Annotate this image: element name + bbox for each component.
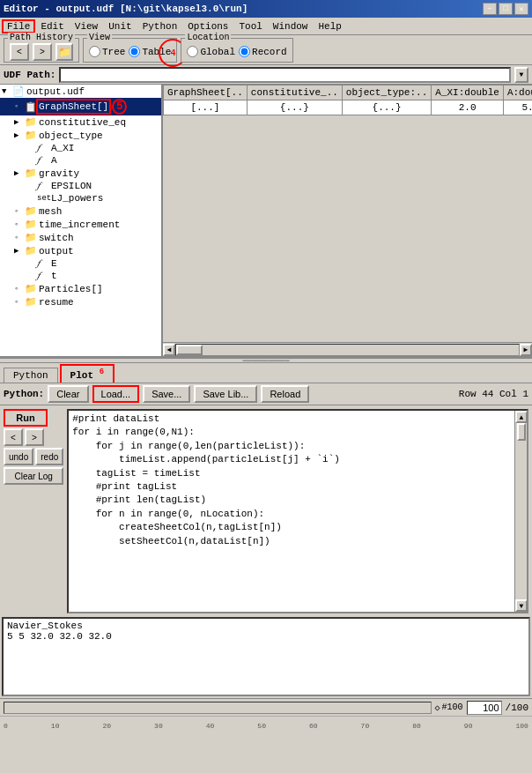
load-btn[interactable]: Load... [92,385,140,403]
scroll-left-btn[interactable]: ◀ [163,344,175,356]
table-radio[interactable] [129,46,140,57]
hash-label: #100 [442,702,463,712]
undo-redo-row: undo redo [4,448,63,465]
code-editor[interactable]: #print dataList for i in range(0,N1): fo… [67,409,528,613]
clear-btn[interactable]: Clear [48,385,88,403]
global-label: Global [200,47,235,57]
save-btn[interactable]: Save... [143,385,190,403]
bottom-panel: Python Plot 6 Python: Clear Load... Save… [0,363,532,698]
global-radio[interactable] [187,46,198,57]
undo-btn[interactable]: undo [4,448,33,465]
table-panel: GraphSheet[..constitutive_..object_type:… [163,85,532,356]
tree-item-output[interactable]: ▼📄 output.udf [0,85,161,98]
tree-item-output[interactable]: ▶📁 output [0,244,161,257]
global-radio-label[interactable]: Global [187,46,235,57]
folder-btn[interactable]: 📁 [55,43,73,61]
tab-python[interactable]: Python [4,368,58,383]
tree-item-EPSILON[interactable]: 𝑓 EPSILON [0,180,161,192]
v-scroll-track[interactable] [515,423,527,599]
scale-100: 100 [515,722,528,730]
tree-item-time_increment[interactable]: ◦📁 time_increment [0,218,161,231]
tree-panel[interactable]: ▼📄 output.udf◦📋 GraphSheet[]5▶📁 constitu… [0,85,163,356]
menu-edit[interactable]: Edit [35,19,69,33]
tree-item-mesh[interactable]: ◦📁 mesh [0,204,161,218]
v-scrollbar[interactable]: ▲ ▼ [514,411,527,612]
clear-log-btn[interactable]: Clear Log [4,467,63,485]
hash-icon: ◇ [435,702,440,713]
maximize-btn[interactable]: □ [499,3,513,15]
status-bar: ◇ #100 /100 [0,698,532,716]
forward-btn[interactable]: > [33,43,52,61]
tree-item-object_type[interactable]: ▶📁 object_type [0,129,161,142]
menu-options[interactable]: Options [182,19,233,33]
title-text: Editor - output.udf [N:\git\kapsel3.0\ru… [4,4,248,14]
record-radio-label[interactable]: Record [239,46,287,57]
scale-50: 50 [257,722,266,730]
python-toolbar: Python: Clear Load... Save... Save Lib..… [0,383,532,405]
menu-unit[interactable]: Unit [103,19,137,33]
table-cell: [...] [164,100,248,115]
scroll-down-btn[interactable]: ▼ [515,599,528,612]
save-lib-btn[interactable]: Save Lib... [194,385,257,403]
scale-30: 30 [154,722,163,730]
menu-view[interactable]: View [70,19,103,33]
menu-tool[interactable]: Tool [233,19,267,33]
tree-item-Particles[interactable]: ◦📁 Particles[] [0,282,161,295]
status-unit: /100 [506,702,528,713]
h-scrollbar[interactable] [175,344,520,356]
minimize-btn[interactable]: − [483,3,497,15]
code-fwd-btn[interactable]: > [25,428,44,446]
back-btn[interactable]: < [10,43,29,61]
toolbar: Path History < > 📁 View Tree Table 4 Loc… [0,35,532,65]
tree-item-LJ_powers[interactable]: set LJ_powers [0,192,161,204]
menu-bar: File Edit View Unit Python Options Tool … [0,18,532,35]
tree-item-resume[interactable]: ◦📁 resume [0,295,161,308]
udf-path-input[interactable] [59,67,511,83]
table-label: Table [142,47,171,57]
status-input[interactable] [467,701,502,715]
record-radio[interactable] [239,46,250,57]
tree-item-gravity[interactable]: ▶📁 gravity [0,167,161,180]
udf-path-dropdown[interactable]: ▼ [514,67,528,83]
progress-area [4,702,432,714]
tree-radio[interactable] [89,46,100,57]
tree-item-switch[interactable]: ◦📁 switch [0,231,161,244]
col-header: A_XI:double [432,85,504,100]
h-scroll-thumb[interactable] [176,345,203,355]
udf-path-label: UDF Path: [4,70,55,80]
tree-radio-label[interactable]: Tree [89,46,125,57]
tree-label: Tree [102,47,125,57]
v-scroll-thumb[interactable] [517,423,526,441]
status-progress [4,702,432,714]
tab-plot[interactable]: Plot 6 [60,364,115,383]
location-label: Location [185,33,231,42]
scale-60: 60 [309,722,318,730]
tree-item-A[interactable]: 𝑓 A [0,154,161,167]
run-btn[interactable]: Run [4,409,48,427]
scale-20: 20 [102,722,111,730]
folder-icon: 📁 [58,46,71,58]
code-back-btn[interactable]: < [4,428,23,446]
scroll-up-btn[interactable]: ▲ [515,411,528,423]
menu-help[interactable]: Help [313,19,346,33]
redo-btn[interactable]: redo [35,448,63,465]
tree-item-E[interactable]: 𝑓 E [0,257,161,270]
tree-item-A_XI[interactable]: 𝑓 A_XI [0,142,161,154]
table-radio-label[interactable]: Table 4 [129,46,171,57]
menu-file[interactable]: File [2,19,35,33]
reload-btn[interactable]: Reload [261,385,309,403]
scale-10: 10 [51,722,60,730]
tree-item-constitutive[interactable]: ▶📁 constitutive_eq [0,115,161,129]
python-label: Python: [4,389,44,399]
scroll-right-btn[interactable]: ▶ [520,344,532,356]
table-cell: 2.0 [432,100,504,115]
menu-python[interactable]: Python [137,19,183,33]
path-history-group: Path History < > 📁 [4,38,79,63]
tree-item-graphsheet[interactable]: ◦📋 GraphSheet[]5 [0,98,161,115]
close-btn[interactable]: ✕ [514,3,528,15]
tree-item-t[interactable]: 𝑓 t [0,270,161,282]
code-content[interactable]: #print dataList for i in range(0,N1): fo… [69,411,514,612]
menu-window[interactable]: Window [268,19,314,33]
h-scrollbar-container[interactable]: ◀ ▶ [163,342,532,356]
window-controls[interactable]: − □ ✕ [483,3,528,15]
